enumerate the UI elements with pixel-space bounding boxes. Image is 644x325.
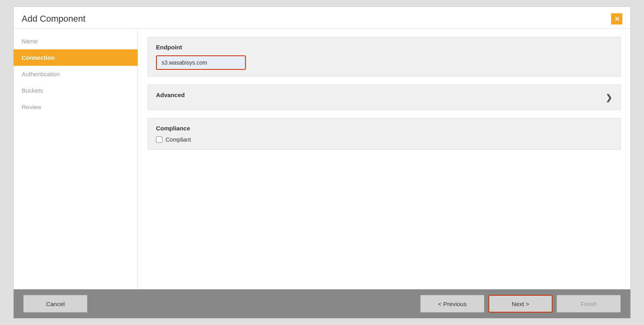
previous-button[interactable]: < Previous bbox=[420, 295, 484, 313]
sidebar-item-name[interactable]: Name bbox=[14, 33, 138, 49]
advanced-section[interactable]: Advanced ❯ bbox=[148, 85, 621, 110]
footer-right: < Previous Next > Finish bbox=[420, 295, 621, 313]
dialog-title: Add Component bbox=[22, 14, 85, 24]
dialog-header: Add Component ✕ bbox=[14, 7, 630, 29]
endpoint-section: Endpoint bbox=[148, 37, 621, 77]
finish-button[interactable]: Finish bbox=[557, 295, 621, 313]
compliance-section: Compliance Compliant bbox=[148, 118, 621, 150]
footer-left: Cancel bbox=[23, 295, 87, 313]
advanced-arrow-icon: ❯ bbox=[606, 93, 612, 102]
compliant-checkbox[interactable] bbox=[156, 136, 162, 143]
main-content: Endpoint Advanced ❯ Compliance Compliant bbox=[138, 29, 630, 289]
sidebar-item-buckets[interactable]: Buckets bbox=[14, 82, 138, 99]
dialog-footer: Cancel < Previous Next > Finish bbox=[14, 289, 630, 318]
endpoint-title: Endpoint bbox=[156, 44, 612, 51]
next-button[interactable]: Next > bbox=[488, 295, 553, 313]
compliant-label: Compliant bbox=[166, 136, 191, 143]
advanced-title: Advanced bbox=[156, 91, 185, 98]
compliance-row: Compliant bbox=[156, 136, 612, 143]
compliance-title: Compliance bbox=[156, 125, 612, 132]
close-button[interactable]: ✕ bbox=[611, 13, 622, 24]
sidebar-item-review[interactable]: Review bbox=[14, 99, 138, 115]
dialog-body: Name Connection Authentication Buckets R… bbox=[14, 29, 630, 289]
cancel-button[interactable]: Cancel bbox=[23, 295, 87, 313]
sidebar: Name Connection Authentication Buckets R… bbox=[14, 29, 138, 289]
sidebar-item-connection[interactable]: Connection bbox=[14, 49, 138, 66]
endpoint-input[interactable] bbox=[157, 56, 245, 69]
add-component-dialog: Add Component ✕ Name Connection Authenti… bbox=[13, 6, 631, 319]
sidebar-item-authentication[interactable]: Authentication bbox=[14, 66, 138, 82]
